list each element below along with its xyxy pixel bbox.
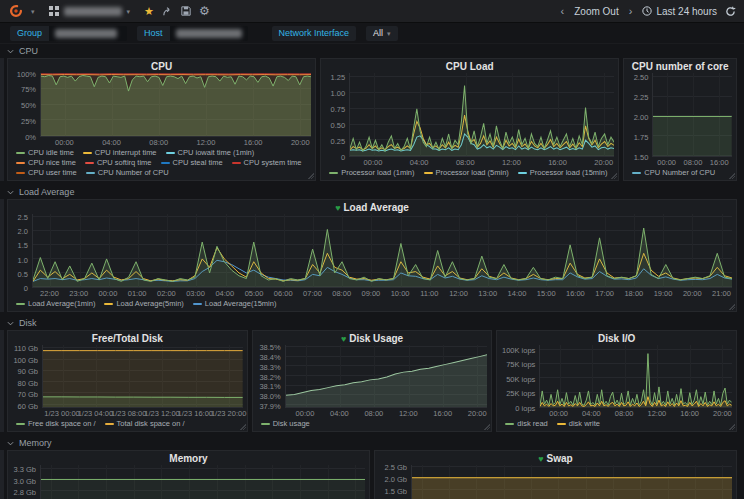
panel-title-free-total-disk[interactable]: Free/Total Disk: [12, 332, 243, 345]
refresh-button[interactable]: [725, 6, 736, 17]
x-tick-label: 1/23 12:00: [144, 409, 179, 418]
logo-caret-icon[interactable]: ▾: [31, 8, 35, 15]
y-tick-label: 2.5: [18, 212, 28, 221]
x-axis-labels: 00:0004:0008:0012:0016:0020:00: [40, 137, 311, 147]
filter-network-interface-value[interactable]: All ▾: [366, 26, 398, 41]
chart-svg: [286, 345, 488, 407]
chart-plot-load-average[interactable]: [32, 214, 732, 288]
row-header-load-average[interactable]: Load Average: [0, 186, 744, 198]
legend-item-cpu-system-time[interactable]: CPU system time: [232, 158, 302, 168]
legend-item-cpu-number-of-cpu[interactable]: CPU Number of CPU: [86, 168, 169, 178]
x-tick-label: 22:00: [40, 289, 59, 298]
legend-item-cpu-nice-time[interactable]: CPU nice time: [16, 158, 76, 168]
grafana-logo-icon[interactable]: [8, 4, 23, 19]
panel-resize-handle[interactable]: [728, 172, 735, 179]
panel-title-load-average[interactable]: ♥Load Average: [12, 201, 732, 214]
row-title-text: Load Average: [19, 187, 74, 197]
legend-item-processor-load-5min[interactable]: Processor load (5min): [424, 168, 509, 178]
legend-item-processor-load-15min[interactable]: Processor load (15min): [518, 168, 608, 178]
panel-title-memory[interactable]: Memory: [12, 452, 365, 465]
legend-item-cpu-softirq-time[interactable]: CPU softirq time: [85, 158, 152, 168]
legend-item-load-average-5min[interactable]: Load Average(5min): [104, 299, 183, 309]
panels-row-cpu: CPU0%25%50%75%100%00:0004:0008:0012:0016…: [0, 57, 744, 185]
time-shift-forward-button[interactable]: ›: [627, 5, 635, 17]
legend-item-cpu-steal-time[interactable]: CPU steal time: [161, 158, 223, 168]
x-tick-label: 08:00: [684, 158, 703, 167]
panel-title-cpu-load[interactable]: CPU Load: [325, 60, 614, 73]
legend-label: CPU steal time: [173, 158, 223, 168]
y-tick-label: 38.2%: [259, 372, 280, 381]
legend-item-total-disk-space-on[interactable]: Total disk space on /: [105, 419, 185, 429]
chart-plot-disk-i-o[interactable]: [539, 345, 732, 408]
legend-color-mark: [232, 162, 241, 164]
chart-legend: CPU Number of CPU: [628, 167, 732, 178]
chart-svg: [41, 73, 311, 136]
star-dashboard-button[interactable]: ★: [144, 5, 154, 18]
legend-label: CPU softirq time: [97, 158, 152, 168]
legend-item-cpu-interrupt-time[interactable]: CPU interrupt time: [83, 148, 157, 158]
legend-item-processor-load-1min[interactable]: Processor load (1min): [329, 168, 414, 178]
chart-plot-cpu-load[interactable]: [349, 73, 614, 157]
legend-item-disk-usage[interactable]: Disk usage: [261, 419, 310, 429]
panel-title-cpu-number-of-core[interactable]: CPU number of core: [628, 60, 732, 73]
y-tick-label: 37.9%: [259, 402, 280, 411]
legend-label: Free disk space on /: [28, 419, 96, 429]
legend-color-mark: [166, 152, 175, 154]
legend-item-cpu-iowait-time-1min[interactable]: CPU iowait time (1min): [166, 148, 255, 158]
y-tick-label: 3.0 Gb: [13, 476, 36, 485]
legend-item-disk-write[interactable]: disk write: [557, 419, 600, 429]
settings-gear-button[interactable]: ⚙: [199, 5, 210, 17]
row-header-disk[interactable]: Disk: [0, 317, 744, 329]
time-range-picker[interactable]: Last 24 hours: [642, 6, 717, 17]
chart-plot-memory[interactable]: [40, 465, 365, 499]
panel-resize-handle[interactable]: [307, 172, 314, 179]
panel-resize-handle[interactable]: [610, 172, 617, 179]
legend-item-cpu-number-of-cpu[interactable]: CPU Number of CPU: [632, 168, 715, 178]
panel-resize-handle[interactable]: [483, 423, 490, 430]
row-title-text: Disk: [19, 318, 37, 328]
series-line-disk-read: [540, 354, 732, 406]
panel-resize-handle[interactable]: [728, 303, 735, 310]
panel-title-cpu[interactable]: CPU: [12, 60, 311, 73]
zoom-out-button[interactable]: Zoom Out: [574, 6, 618, 17]
row-drag-handle[interactable]: [0, 450, 4, 499]
legend-item-free-disk-space-on[interactable]: Free disk space on /: [16, 419, 96, 429]
x-tick-label: 00:00: [296, 409, 315, 418]
chart-plot-cpu-number-of-core[interactable]: [652, 73, 732, 157]
dashboard-picker[interactable]: ▾: [43, 4, 137, 18]
row-header-memory[interactable]: Memory: [0, 437, 744, 449]
filter-host-value[interactable]: [170, 26, 248, 41]
y-tick-label: 50%: [21, 101, 36, 110]
chart-plot-disk-usage[interactable]: [285, 345, 488, 408]
row-drag-handle[interactable]: [0, 58, 4, 181]
panel-resize-handle[interactable]: [239, 423, 246, 430]
row-header-cpu[interactable]: CPU: [0, 45, 744, 57]
legend-label: Total disk space on /: [117, 419, 185, 429]
x-tick-label: 02:00: [157, 289, 176, 298]
x-tick-label: 1/23 08:00: [111, 409, 146, 418]
filter-group-value[interactable]: [49, 26, 127, 41]
legend-item-cpu-idle-time[interactable]: CPU idle time: [16, 148, 74, 158]
x-axis-labels: 1/23 00:001/23 04:001/23 08:001/23 12:00…: [42, 408, 243, 418]
dashboard-grid-icon: [49, 6, 59, 16]
panel-title-disk-i-o[interactable]: Disk I/O: [501, 332, 732, 345]
y-tick-label: 80 Gb: [18, 378, 38, 387]
panel-title-swap[interactable]: ♥Swap: [379, 452, 732, 465]
legend-item-cpu-user-time[interactable]: CPU user time: [16, 168, 77, 178]
y-tick-label: 2.8 Gb: [13, 487, 36, 496]
row-drag-handle[interactable]: [0, 199, 4, 312]
y-tick-label: 0.5: [18, 269, 28, 278]
share-dashboard-button[interactable]: [162, 6, 173, 17]
row-drag-handle[interactable]: [0, 330, 4, 432]
legend-item-disk-read[interactable]: disk read: [505, 419, 547, 429]
chart-plot-cpu[interactable]: [40, 73, 311, 137]
save-dashboard-button[interactable]: [181, 6, 191, 16]
panel-title-text: Free/Total Disk: [92, 333, 163, 344]
panel-title-disk-usage[interactable]: ♥Disk Usage: [257, 332, 488, 345]
panel-resize-handle[interactable]: [728, 423, 735, 430]
chart-plot-swap[interactable]: [411, 465, 732, 499]
chart-plot-free-total-disk[interactable]: [42, 345, 243, 408]
time-shift-back-button[interactable]: ‹: [559, 5, 567, 17]
legend-item-load-average-15min[interactable]: Load Average(15min): [193, 299, 277, 309]
legend-item-load-average-1min[interactable]: Load Average(1min): [16, 299, 95, 309]
